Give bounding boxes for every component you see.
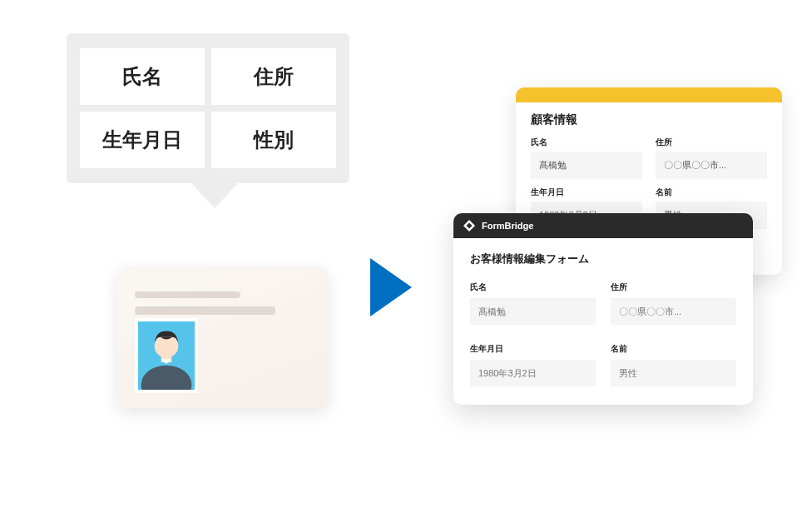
birthdate-input[interactable] — [470, 360, 596, 386]
field-value: 髙橋勉 — [531, 152, 642, 179]
id-card — [116, 266, 329, 408]
field-label: 氏名 — [531, 137, 642, 148]
formbridge-logo-icon — [463, 220, 475, 232]
field-label: 氏名 — [470, 281, 596, 293]
field-labels-bubble: 氏名 住所 生年月日 性別 — [67, 33, 349, 183]
field-label: 住所 — [611, 281, 736, 293]
field-label: 生年月日 — [531, 187, 642, 198]
formbridge-brand: FormBridge — [482, 221, 533, 231]
formbridge-panel: FormBridge お客様情報編集フォーム 氏名 住所 生年月日 名前 — [453, 213, 753, 405]
bubble-cell-gender: 性別 — [211, 112, 336, 168]
bubble-tail — [191, 183, 238, 208]
bubble-cell-birthdate: 生年月日 — [80, 112, 205, 168]
svg-point-0 — [141, 366, 192, 390]
field-label: 住所 — [656, 137, 767, 148]
field-label: 名前 — [656, 187, 767, 198]
avatar-icon — [138, 323, 195, 390]
id-card-line — [135, 291, 240, 298]
arrow-icon — [370, 258, 412, 320]
address-input[interactable] — [611, 298, 736, 325]
field-label: 名前 — [611, 343, 736, 355]
field-value: 〇〇県〇〇市... — [656, 152, 767, 179]
form-title: お客様情報編集フォーム — [470, 252, 736, 266]
svg-marker-4 — [370, 258, 412, 316]
bubble-cell-name: 氏名 — [80, 48, 205, 105]
formbridge-title-bar: FormBridge — [453, 213, 753, 238]
bubble-cell-address: 住所 — [211, 48, 336, 105]
field-label: 生年月日 — [470, 343, 596, 355]
id-card-line — [135, 306, 275, 315]
id-card-photo — [135, 318, 198, 393]
name-input[interactable] — [470, 298, 596, 325]
gender-input[interactable] — [611, 360, 736, 386]
customer-info-header-bar — [516, 87, 782, 102]
customer-info-title: 顧客情報 — [531, 112, 767, 127]
